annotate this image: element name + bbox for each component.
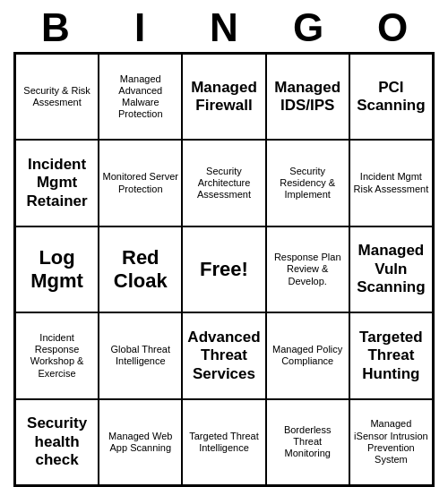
bingo-cell-6: Monitored Server Protection (99, 140, 182, 226)
letter-g: G (269, 5, 348, 50)
bingo-cell-16: Global Threat Intelligence (99, 312, 182, 398)
letter-b: B (16, 5, 95, 50)
letter-i: I (100, 5, 179, 50)
bingo-cell-4: PCI Scanning (349, 54, 433, 140)
bingo-cell-20: Security health check (15, 399, 99, 485)
bingo-cell-10: Log Mgmt (15, 226, 99, 312)
bingo-cell-3: Managed IDS/IPS (266, 54, 349, 140)
bingo-cell-24: Managed iSensor Intrusion Prevention Sys… (349, 399, 433, 485)
bingo-cell-7: Security Architecture Assessment (182, 140, 265, 226)
bingo-cell-0: Security & Risk Assesment (15, 54, 99, 140)
bingo-cell-5: Incident Mgmt Retainer (15, 140, 99, 226)
bingo-cell-15: Incident Response Workshop & Exercise (15, 312, 99, 398)
bingo-cell-9: Incident Mgmt Risk Assessment (349, 140, 433, 226)
bingo-cell-19: Targeted Threat Hunting (349, 312, 433, 398)
letter-n: N (185, 5, 263, 50)
bingo-cell-17: Advanced Threat Services (182, 312, 265, 398)
bingo-cell-12: Free! (182, 226, 265, 312)
bingo-cell-22: Targeted Threat Intelligence (182, 399, 265, 485)
bingo-cell-8: Security Residency & Implement (266, 140, 349, 226)
bingo-header: B I N G O (13, 0, 435, 52)
bingo-cell-21: Managed Web App Scanning (99, 399, 182, 485)
bingo-grid: Security & Risk AssesmentManaged Advance… (13, 52, 435, 487)
bingo-cell-14: Managed Vuln Scanning (349, 226, 433, 312)
bingo-cell-2: Managed Firewall (182, 54, 265, 140)
letter-o: O (353, 5, 432, 50)
bingo-cell-1: Managed Advanced Malware Protection (99, 54, 182, 140)
bingo-cell-11: Red Cloak (99, 226, 182, 312)
bingo-cell-18: Managed Policy Compliance (266, 312, 349, 398)
bingo-cell-13: Response Plan Review & Develop. (266, 226, 349, 312)
bingo-cell-23: Borderless Threat Monitoring (266, 399, 349, 485)
